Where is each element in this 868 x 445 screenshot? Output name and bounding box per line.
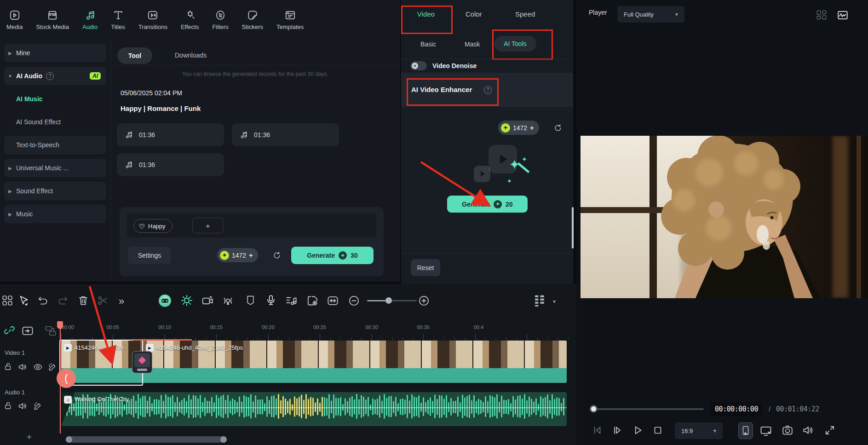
refresh-icon[interactable] [553, 123, 563, 133]
audio-clip[interactable] [61, 392, 567, 426]
mute-track-icon[interactable] [17, 362, 27, 372]
enhance-track-icon[interactable] [33, 401, 43, 411]
sidebar-item-ai-audio[interactable]: ▼ AI Audio ? AI [4, 67, 106, 85]
menu-transitions[interactable]: Transitions [138, 9, 167, 30]
delete-icon[interactable] [77, 295, 89, 306]
add-credits-button[interactable]: + [249, 252, 253, 259]
settings-button[interactable]: Settings [128, 247, 171, 264]
menu-titles[interactable]: Titles [111, 9, 125, 30]
mobile-preview-button[interactable] [738, 422, 753, 439]
previous-frame-button[interactable] [591, 424, 603, 436]
audio-stretch-icon[interactable] [285, 295, 298, 307]
hscroll-right-handle[interactable] [220, 436, 227, 443]
hscroll-left-handle[interactable] [66, 436, 72, 443]
menu-audio[interactable]: Audio [82, 9, 98, 30]
record-screen-icon[interactable] [201, 295, 214, 307]
refresh-icon[interactable] [272, 251, 282, 260]
record-voiceover-icon[interactable] [265, 294, 277, 306]
sidebar-item-universal-music[interactable]: ▶ Universal Music ... [4, 159, 106, 177]
track-manager-icon[interactable] [533, 294, 546, 307]
menu-media[interactable]: Media [6, 9, 23, 30]
fullscreen-icon[interactable] [824, 424, 836, 436]
add-credits-button[interactable]: + [530, 124, 534, 132]
layout-grid-icon[interactable] [816, 9, 828, 21]
transition-badge[interactable] [132, 351, 152, 373]
stop-button[interactable] [652, 424, 664, 436]
music-clip-card[interactable]: 01:36 [117, 123, 224, 146]
hide-track-icon[interactable] [33, 362, 43, 372]
music-clip-card[interactable]: 01:36 [232, 123, 339, 146]
media-layout-icon[interactable] [1, 295, 13, 306]
tab-speed[interactable]: Speed [515, 10, 535, 18]
tab-downloads[interactable]: Downloads [175, 52, 207, 59]
tab-tool[interactable]: Tool [117, 47, 152, 64]
group-link-icon[interactable] [21, 324, 34, 337]
seek-bar[interactable] [593, 408, 704, 410]
zoom-out-icon[interactable] [348, 295, 360, 307]
tab-color[interactable]: Color [466, 10, 482, 18]
generate-music-button[interactable]: Generate ✦ 30 [291, 247, 374, 264]
preview-quality-icon[interactable] [306, 295, 319, 307]
add-track-button[interactable]: + [27, 432, 32, 442]
sidebar-item-text-to-speech[interactable]: Text-to-Speech [4, 136, 106, 154]
mood-tag-happy[interactable]: Happy [133, 219, 172, 233]
help-icon[interactable]: ? [484, 86, 492, 94]
credits-pill[interactable]: ✦ 1472 + [217, 248, 258, 262]
lock-track-icon[interactable] [4, 362, 13, 371]
menu-stock-media[interactable]: Stock Media [36, 9, 69, 30]
subtab-mask[interactable]: Mask [465, 40, 480, 48]
zoom-slider-handle[interactable] [385, 297, 392, 304]
marker-icon[interactable] [245, 295, 256, 306]
redo-icon[interactable] [57, 295, 69, 306]
help-icon[interactable]: ? [46, 72, 54, 80]
zoom-in-icon[interactable] [418, 295, 430, 307]
sidebar-item-ai-music[interactable]: AI Music [4, 90, 106, 108]
voice-change-icon[interactable] [222, 295, 234, 307]
music-clip-card[interactable]: 01:36 [117, 153, 224, 176]
track-manager-caret-icon[interactable]: ▼ [552, 299, 557, 304]
display-output-icon[interactable] [759, 424, 772, 437]
mood-input-row[interactable]: Happy + [127, 214, 376, 237]
menu-effects[interactable]: Effects [181, 9, 199, 30]
sidebar-item-mine[interactable]: ▶ Mine [4, 44, 106, 62]
fit-timeline-icon[interactable] [327, 295, 339, 307]
select-cursor-icon[interactable] [17, 295, 29, 306]
more-tools-icon[interactable]: » [119, 296, 124, 306]
sidebar-item-sound-effect[interactable]: ▶ Sound Effect [4, 182, 106, 200]
credits-pill[interactable]: ✦ 1472 + [498, 121, 539, 135]
menu-filters[interactable]: Filters [212, 9, 228, 30]
lock-track-icon[interactable] [4, 401, 13, 410]
tab-video[interactable]: Video [417, 10, 435, 18]
generate-enhance-button[interactable]: Generate ✦ 20 [447, 196, 528, 213]
enhance-track-icon[interactable] [48, 362, 57, 372]
add-mood-button[interactable]: + [192, 218, 224, 233]
mute-track-icon[interactable] [17, 401, 27, 411]
playhead-line[interactable] [60, 322, 61, 433]
audio-volume-line[interactable] [61, 407, 567, 408]
video-denoise-toggle[interactable] [410, 61, 427, 70]
quality-dropdown[interactable]: Full Quality ▼ [617, 6, 684, 23]
subtab-ai-tools[interactable]: AI Tools [494, 36, 536, 52]
snapshot-camera-icon[interactable] [782, 424, 793, 436]
undo-icon[interactable] [37, 295, 49, 306]
auto-beat-icon[interactable] [180, 294, 193, 307]
seek-handle[interactable] [590, 405, 598, 413]
reset-button[interactable]: Reset [411, 259, 440, 276]
sidebar-item-music[interactable]: ▶ Music [4, 205, 106, 223]
sidebar-item-ai-sound-effect[interactable]: AI Sound Effect [4, 113, 106, 131]
aspect-ratio-dropdown[interactable]: 16:9 ▼ [675, 422, 723, 439]
ai-assistant-icon[interactable] [159, 295, 171, 307]
scrollbar[interactable] [572, 207, 574, 249]
link-clips-icon[interactable] [4, 324, 16, 337]
play-button[interactable] [632, 424, 644, 436]
next-frame-button[interactable] [611, 424, 623, 436]
playhead-head[interactable] [57, 321, 63, 329]
timeline-hscrollbar[interactable] [66, 436, 227, 443]
subtab-basic[interactable]: Basic [420, 40, 436, 48]
menu-templates[interactable]: Templates [276, 9, 304, 30]
scopes-icon[interactable] [837, 9, 849, 21]
volume-icon[interactable] [802, 424, 814, 436]
timeline-ruler[interactable]: 00:00 00:05 00:10 00:15 00:20 00:25 00:3… [58, 324, 576, 340]
split-scissors-icon[interactable] [97, 295, 109, 306]
menu-stickers[interactable]: Stickers [242, 9, 263, 30]
